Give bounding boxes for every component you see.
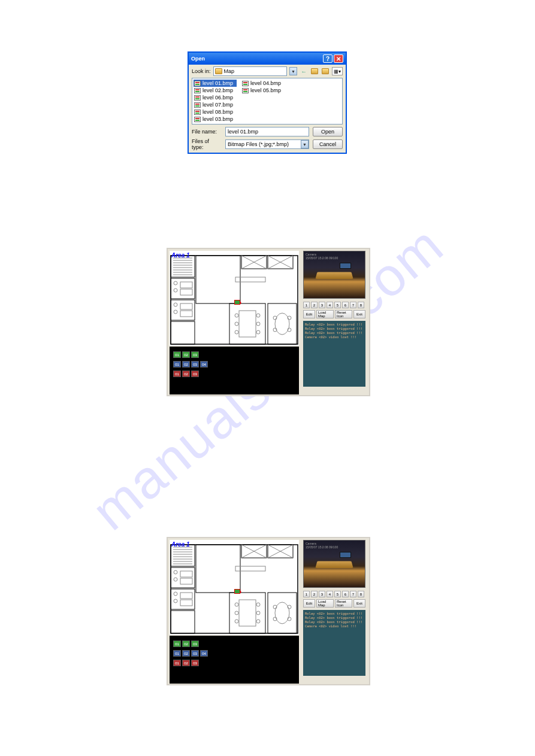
file-name: level 02.bmp	[202, 87, 233, 93]
camera-preview[interactable]: Camera 15/05/07 15:2:08 09/100	[303, 251, 365, 299]
open-file-dialog: Open ? ✕ Look in: Map ▼ ← ▦▾ level 01.bm…	[188, 51, 347, 154]
filetype-label: Files of type:	[192, 138, 222, 150]
camera-number-button[interactable]: 5	[334, 302, 341, 308]
bmp-file-icon	[194, 110, 201, 115]
file-list[interactable]: level 01.bmplevel 02.bmplevel 06.bmpleve…	[192, 78, 343, 125]
file-name: level 07.bmp	[202, 102, 233, 108]
sensor-chip[interactable]: 02	[182, 351, 190, 358]
view-menu-icon[interactable]: ▦▾	[332, 67, 343, 75]
camera-marker-icon[interactable]	[234, 300, 240, 305]
folder-icon	[215, 68, 222, 74]
new-folder-icon[interactable]	[321, 67, 330, 75]
bmp-file-icon	[194, 88, 201, 93]
relay-chip[interactable]: 03	[191, 361, 199, 368]
area-label: Area 1	[171, 541, 190, 548]
alarm-chip[interactable]: 03	[191, 660, 199, 666]
open-button[interactable]: Open	[313, 127, 343, 136]
icon-tray: 01020301020304010203	[170, 347, 299, 394]
camera-number-button[interactable]: 5	[334, 591, 341, 597]
file-item[interactable]: level 05.bmp	[241, 87, 285, 94]
help-button[interactable]: ?	[323, 54, 333, 63]
sensor-chip[interactable]: 03	[191, 351, 199, 358]
camera-number-row: 12345678	[303, 302, 365, 308]
control-row: Edit Load Map Reset Icon Exit	[303, 599, 365, 608]
up-one-level-icon[interactable]	[310, 67, 319, 75]
close-button[interactable]: ✕	[334, 54, 343, 63]
camera-number-button[interactable]: 6	[342, 591, 349, 597]
sensor-chip[interactable]: 02	[182, 640, 190, 647]
file-item[interactable]: level 01.bmp	[194, 80, 237, 87]
icon-tray: 01020301020304010203	[170, 636, 299, 684]
camera-number-button[interactable]: 8	[358, 302, 364, 308]
filename-input[interactable]: level 01.bmp	[225, 127, 309, 136]
camera-number-button[interactable]: 1	[303, 302, 310, 308]
edit-button[interactable]: Edit	[303, 599, 315, 608]
exit-button[interactable]: Exit	[353, 310, 365, 318]
map-canvas[interactable]: Area 1	[170, 251, 299, 346]
lookin-dropdown[interactable]: Map	[213, 66, 287, 76]
relay-chip[interactable]: 04	[200, 361, 208, 368]
camera-number-button[interactable]: 1	[303, 591, 310, 597]
filename-label: File name:	[192, 129, 222, 135]
reset-icon-button[interactable]: Reset Icon	[335, 599, 352, 608]
log-line: Camera <02> video lost !!!	[305, 335, 364, 339]
sensor-chip[interactable]: 01	[173, 640, 181, 647]
file-item[interactable]: level 03.bmp	[194, 116, 237, 123]
lookin-value: Map	[224, 68, 235, 74]
reset-icon-button[interactable]: Reset Icon	[335, 310, 352, 318]
camera-number-button[interactable]: 2	[311, 302, 318, 308]
camera-number-button[interactable]: 8	[358, 591, 364, 597]
floorplan-drawing	[170, 540, 299, 635]
dropdown-arrow-icon[interactable]: ▼	[289, 67, 297, 75]
relay-chip[interactable]: 04	[200, 650, 208, 657]
emap-window: Area 1 01020301020304010203	[167, 248, 370, 396]
load-map-button[interactable]: Load Map	[316, 310, 334, 318]
log-line: Relay <02> been triggered !!!	[305, 612, 364, 616]
file-item[interactable]: level 04.bmp	[241, 80, 285, 87]
camera-number-row: 12345678	[303, 591, 365, 597]
relay-chip[interactable]: 02	[182, 650, 190, 657]
relay-chip[interactable]: 03	[191, 650, 199, 657]
load-map-button[interactable]: Load Map	[316, 599, 334, 608]
camera-number-button[interactable]: 2	[311, 591, 318, 597]
dialog-title: Open	[191, 56, 205, 62]
exit-button[interactable]: Exit	[353, 599, 365, 608]
log-line: Relay <02> been triggered !!!	[305, 620, 364, 624]
area-label: Area 1	[171, 252, 190, 259]
camera-number-button[interactable]: 7	[350, 591, 356, 597]
alarm-chip[interactable]: 03	[191, 371, 199, 377]
event-log: Relay <02> been triggered !!!Relay <02> …	[303, 610, 365, 676]
alarm-chip[interactable]: 01	[173, 660, 181, 666]
file-item[interactable]: level 08.bmp	[194, 108, 237, 116]
alarm-chip[interactable]: 01	[173, 371, 181, 377]
camera-number-button[interactable]: 4	[327, 591, 333, 597]
back-icon[interactable]: ←	[300, 67, 308, 75]
alarm-chip[interactable]: 02	[182, 371, 190, 377]
relay-chip[interactable]: 01	[173, 650, 181, 657]
filetype-dropdown[interactable]: Bitmap Files (*.jpg;*.bmp) ▼	[225, 139, 309, 149]
camera-number-button[interactable]: 6	[342, 302, 349, 308]
camera-number-button[interactable]: 4	[327, 302, 333, 308]
alarm-chip[interactable]: 02	[182, 660, 190, 666]
log-line: Relay <02> been triggered !!!	[305, 327, 364, 331]
camera-number-button[interactable]: 7	[350, 302, 356, 308]
camera-marker-icon[interactable]	[234, 589, 240, 594]
camera-preview[interactable]: Camera 15/05/07 15:2:08 09/100	[303, 540, 365, 588]
file-item[interactable]: level 06.bmp	[194, 94, 237, 101]
log-line: Relay <02> been triggered !!!	[305, 323, 364, 327]
camera-number-button[interactable]: 3	[319, 591, 325, 597]
file-item[interactable]: level 02.bmp	[194, 87, 237, 94]
cancel-button[interactable]: Cancel	[313, 139, 343, 149]
sensor-chip[interactable]: 01	[173, 351, 181, 358]
dropdown-arrow-icon[interactable]: ▼	[301, 140, 309, 148]
camera-number-button[interactable]: 3	[319, 302, 325, 308]
emap-window: Area 1 01020301020304010203	[167, 537, 370, 685]
map-canvas[interactable]: Area 1	[170, 540, 299, 635]
event-log: Relay <02> been triggered !!!Relay <02> …	[303, 321, 365, 387]
relay-chip[interactable]: 01	[173, 361, 181, 368]
relay-chip[interactable]: 02	[182, 361, 190, 368]
file-name: level 08.bmp	[202, 109, 233, 115]
sensor-chip[interactable]: 03	[191, 640, 199, 647]
file-item[interactable]: level 07.bmp	[194, 101, 237, 108]
edit-button[interactable]: Edit	[303, 310, 315, 318]
